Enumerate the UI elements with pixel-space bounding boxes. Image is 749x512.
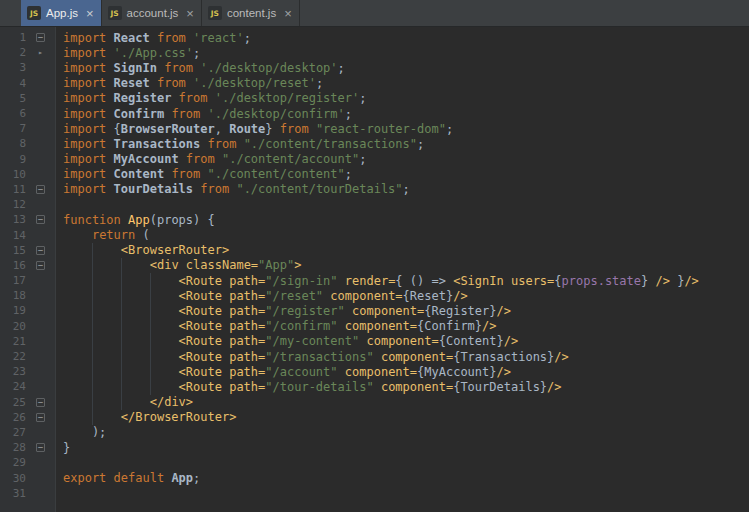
line-number: 24: [0, 380, 26, 393]
fold-column: −: [26, 246, 55, 255]
close-tab-icon[interactable]: ×: [284, 7, 292, 20]
indent-guide: [121, 258, 122, 410]
line-number: 26: [0, 411, 26, 424]
code-line[interactable]: 21 <Route path="/my-content" component={…: [0, 334, 749, 349]
code-text: return (: [63, 228, 150, 242]
code-line[interactable]: 17 <Route path="/sign-in" render={ () =>…: [0, 273, 749, 288]
line-number: 18: [0, 289, 26, 302]
code-text: <Route path="/register" component={Regis…: [63, 304, 511, 318]
line-number: 13: [0, 213, 26, 226]
line-number: 9: [0, 153, 26, 166]
code-line[interactable]: 1−import React from 'react';: [0, 30, 749, 45]
code-line[interactable]: 16− <div className="App">: [0, 258, 749, 273]
code-line[interactable]: 24 <Route path="/tour-details" component…: [0, 379, 749, 394]
fold-column: −: [26, 413, 55, 422]
code-text: import MyAccount from "./content/account…: [63, 152, 366, 166]
fold-column: −: [26, 33, 55, 42]
line-number: 14: [0, 229, 26, 242]
ide-window: JS App.js × JS account.js × JS content.j…: [0, 0, 749, 512]
code-line[interactable]: 8import Transactions from "./content/tra…: [0, 136, 749, 151]
line-number: 27: [0, 426, 26, 439]
code-text: </BrowserRouter>: [63, 410, 236, 424]
tab-account-js[interactable]: JS account.js ×: [102, 0, 202, 26]
code-text: <Route path="/account" component={MyAcco…: [63, 365, 511, 379]
indent-guide: [150, 273, 151, 395]
tab-label: content.js: [227, 7, 276, 19]
code-line[interactable]: 13−function App(props) {: [0, 212, 749, 227]
fold-column: −: [26, 398, 55, 407]
tab-content-js[interactable]: JS content.js ×: [202, 0, 300, 26]
code-line[interactable]: 6import Confirm from './desktop/confirm'…: [0, 106, 749, 121]
line-number: 21: [0, 335, 26, 348]
fold-marker[interactable]: −: [36, 246, 45, 255]
fold-marker[interactable]: ▸: [38, 49, 43, 57]
code-editor[interactable]: 1−import React from 'react';2▸import './…: [0, 27, 749, 512]
code-line[interactable]: 12: [0, 197, 749, 212]
code-line[interactable]: 7import {BrowserRouter, Route} from "rea…: [0, 121, 749, 136]
code-line[interactable]: 9import MyAccount from "./content/accoun…: [0, 152, 749, 167]
tab-label: App.js: [46, 7, 78, 19]
line-number: 19: [0, 304, 26, 317]
code-line[interactable]: 5import Register from './desktop/registe…: [0, 91, 749, 106]
line-number: 23: [0, 365, 26, 378]
code-line[interactable]: 15− <BrowserRouter>: [0, 243, 749, 258]
code-line[interactable]: 2▸import './App.css';: [0, 45, 749, 60]
code-text: import Confirm from './desktop/confirm';: [63, 107, 352, 121]
code-text: import TourDetails from "./content/tourD…: [63, 182, 410, 196]
code-text: <Route path="/transactions" component={T…: [63, 350, 569, 364]
code-line[interactable]: 29: [0, 455, 749, 470]
code-line[interactable]: 25− </div>: [0, 395, 749, 410]
javascript-file-icon: JS: [108, 6, 122, 20]
code-text: <Route path="/reset" component={Reset}/>: [63, 289, 468, 303]
line-number: 28: [0, 441, 26, 454]
code-line[interactable]: 18 <Route path="/reset" component={Reset…: [0, 288, 749, 303]
close-tab-icon[interactable]: ×: [186, 7, 194, 20]
fold-marker[interactable]: −: [36, 413, 45, 422]
code-line[interactable]: 4import Reset from './desktop/reset';: [0, 76, 749, 91]
line-number: 16: [0, 259, 26, 272]
line-number: 5: [0, 92, 26, 105]
line-number: 15: [0, 244, 26, 257]
code-line[interactable]: 26− </BrowserRouter>: [0, 410, 749, 425]
line-number: 22: [0, 350, 26, 363]
code-text: <Route path="/my-content" component={Con…: [63, 334, 518, 348]
code-text: import './App.css';: [63, 46, 200, 60]
editor-tab-bar: JS App.js × JS account.js × JS content.j…: [0, 0, 749, 27]
code-line[interactable]: 30export default App;: [0, 470, 749, 485]
fold-marker[interactable]: −: [36, 398, 45, 407]
fold-column: −: [26, 261, 55, 270]
line-number: 20: [0, 320, 26, 333]
line-number: 17: [0, 274, 26, 287]
code-text: import SignIn from './desktop/desktop';: [63, 61, 345, 75]
fold-marker[interactable]: −: [36, 443, 45, 452]
code-text: import Transactions from "./content/tran…: [63, 137, 424, 151]
code-line[interactable]: 28−}: [0, 440, 749, 455]
code-line[interactable]: 10import Content from "./content/content…: [0, 167, 749, 182]
fold-marker[interactable]: −: [36, 33, 45, 42]
code-line[interactable]: 22 <Route path="/transactions" component…: [0, 349, 749, 364]
code-text: <div className="App">: [63, 258, 301, 272]
fold-marker[interactable]: −: [36, 215, 45, 224]
line-number: 29: [0, 456, 26, 469]
code-text: </div>: [63, 395, 193, 409]
code-line[interactable]: 31: [0, 486, 749, 501]
fold-marker[interactable]: −: [36, 185, 45, 194]
line-number: 11: [0, 183, 26, 196]
code-line[interactable]: 11−import TourDetails from "./content/to…: [0, 182, 749, 197]
indent-guide: [92, 243, 93, 425]
javascript-file-icon: JS: [208, 6, 222, 20]
code-lines: 1−import React from 'react';2▸import './…: [0, 27, 749, 501]
code-line[interactable]: 19 <Route path="/register" component={Re…: [0, 303, 749, 318]
line-number: 8: [0, 137, 26, 150]
close-tab-icon[interactable]: ×: [86, 7, 94, 20]
code-line[interactable]: 3import SignIn from './desktop/desktop';: [0, 60, 749, 75]
code-line[interactable]: 23 <Route path="/account" component={MyA…: [0, 364, 749, 379]
code-line[interactable]: 20 <Route path="/confirm" component={Con…: [0, 319, 749, 334]
code-line[interactable]: 27 );: [0, 425, 749, 440]
line-number: 4: [0, 77, 26, 90]
fold-marker[interactable]: −: [36, 261, 45, 270]
fold-column: −: [26, 215, 55, 224]
tab-app-js[interactable]: JS App.js ×: [21, 0, 102, 26]
code-text: <Route path="/confirm" component={Confir…: [63, 319, 497, 333]
code-line[interactable]: 14 return (: [0, 227, 749, 242]
